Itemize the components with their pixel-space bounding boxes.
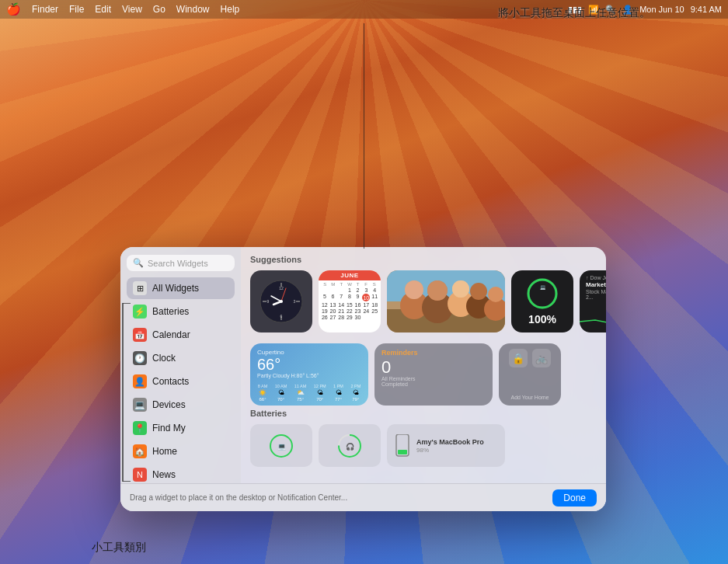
stock-chart-svg (580, 306, 606, 328)
svg-text:9: 9 (267, 299, 270, 304)
svg-point-12 (280, 300, 283, 303)
widget-weather[interactable]: Cupertino 66° Partly Cloudy H:80° L:56° … (250, 343, 368, 406)
svg-text:💻: 💻 (540, 284, 546, 291)
all-widgets-icon: ⊞ (133, 281, 147, 295)
calendar-label: Calendar (152, 329, 190, 340)
search-placeholder: Search Widgets (148, 259, 208, 268)
news-label: News (152, 469, 176, 480)
menubar-help[interactable]: Help (221, 4, 240, 15)
time-display: 9:41 AM (691, 5, 722, 14)
menubar-go[interactable]: Go (153, 4, 165, 15)
findmy-label: Find My (152, 423, 186, 433)
battery-icon: ▮▮▮ (568, 5, 582, 15)
widget-calendar[interactable]: JUNE SMTWTFS 1234 56789 10 11 1213141516… (319, 270, 381, 332)
sidebar-item-devices[interactable]: 💻 Devices (127, 394, 235, 416)
svg-point-28 (452, 280, 469, 298)
suggestions-title: Suggestions (250, 255, 597, 264)
reminders-sub: Completed (381, 381, 486, 387)
forecast-11am: 11 AM ⛅ 75° (294, 384, 307, 402)
svg-point-27 (427, 280, 448, 301)
widget-home[interactable]: 🔒 🚲 Add Your Home (499, 343, 561, 406)
battery-small-2[interactable]: 🎧 (319, 424, 381, 467)
all-widgets-label: All Widgets (152, 283, 199, 294)
user-icon[interactable]: 👤 (622, 5, 633, 15)
home-bike-icon: 🚲 (532, 349, 551, 367)
svg-point-30 (528, 280, 556, 308)
contacts-label: Contacts (152, 376, 189, 387)
home-label: Home (152, 446, 177, 457)
battery-ring-svg: 💻 (526, 277, 559, 310)
weather-temp: 66° (257, 356, 361, 373)
calendar-icon: 📅 (133, 328, 147, 342)
search-bar[interactable]: 🔍 Search Widgets (127, 255, 235, 271)
sidebar-item-all-widgets[interactable]: ⊞ All Widgets (127, 277, 235, 299)
menubar: 🍎 Finder File Edit View Go Window Help ▮… (0, 0, 728, 19)
battery-percent-label: 100% (528, 313, 556, 326)
gallery-body: 🔍 Search Widgets ⊞ All Widgets ⚡ Batteri… (120, 247, 606, 483)
svg-text:💻: 💻 (277, 442, 287, 451)
widget-photo[interactable] (387, 270, 505, 332)
clock-icon: 🕐 (133, 351, 147, 365)
menubar-view[interactable]: View (122, 4, 142, 15)
gallery-content: Suggestions 12 3 6 (241, 247, 606, 483)
widget-battery-percent[interactable]: 💻 100% (511, 270, 573, 332)
drag-hint: Drag a widget to place it on the desktop… (130, 493, 347, 502)
forecast-10am: 10 AM 🌤 70° (275, 384, 287, 402)
menubar-finder[interactable]: Finder (32, 4, 58, 15)
photo-svg (387, 270, 505, 332)
calendar-month: JUNE (319, 270, 381, 280)
battery-small-1[interactable]: 💻 (250, 424, 312, 467)
clock-svg: 12 3 6 9 (259, 279, 304, 324)
batteries-label: Batteries (152, 306, 189, 317)
reminders-title: Reminders (381, 349, 486, 357)
done-button[interactable]: Done (552, 489, 597, 507)
apple-menu[interactable]: 🍎 (6, 2, 21, 16)
sidebar-item-calendar[interactable]: 📅 Calendar (127, 324, 235, 346)
home-add-label: Add Your Home (510, 395, 549, 400)
gallery-bottom: Drag a widget to place it on the desktop… (120, 483, 606, 511)
svg-point-26 (405, 280, 423, 299)
sidebar-item-home[interactable]: 🏠 Home (127, 440, 235, 462)
battery-large-widget[interactable]: Amy's MacBook Pro 98% (387, 424, 505, 467)
home-lock-icon: 🔒 (509, 349, 528, 367)
news-icon: N (133, 468, 147, 482)
menubar-file[interactable]: File (69, 4, 84, 15)
home-icon: 🏠 (133, 444, 147, 458)
stock-headline: Stock Market Today: Dow advances over 2.… (586, 289, 606, 300)
reminders-count: 0 (381, 359, 486, 376)
forecast-1pm: 1 PM 🌤 77° (333, 384, 343, 402)
stock-app-name: MarketWatch (586, 281, 606, 288)
svg-text:6: 6 (280, 314, 283, 319)
widget-gallery-panel: 🔍 Search Widgets ⊞ All Widgets ⚡ Batteri… (120, 247, 606, 511)
sidebar-item-news[interactable]: N News (127, 464, 235, 483)
search-menubar-icon[interactable]: 🔍 (605, 5, 616, 15)
menubar-window[interactable]: Window (176, 4, 210, 15)
clock-label: Clock (152, 353, 176, 364)
sidebar-item-clock[interactable]: 🕐 Clock (127, 347, 235, 369)
second-row: Cupertino 66° Partly Cloudy H:80° L:56° … (250, 343, 597, 406)
widget-clock[interactable]: 12 3 6 9 (250, 270, 312, 332)
devices-label: Devices (152, 399, 186, 410)
calendar-today: 10 (362, 294, 370, 301)
sidebar-item-contacts[interactable]: 👤 Contacts (127, 371, 235, 392)
contacts-icon: 👤 (133, 374, 147, 388)
batteries-section: Batteries 💻 🎧 (250, 409, 597, 467)
forecast-12pm: 12 PM 🌤 70° (314, 384, 326, 402)
menubar-right: ▮▮▮ 📶 🔍 👤 Mon Jun 10 9:41 AM (568, 5, 722, 15)
batteries-grid: 💻 🎧 (250, 424, 597, 467)
menubar-edit[interactable]: Edit (95, 4, 111, 15)
widget-stock[interactable]: ↑ Dow Jones 41,188 MarketWatch Stock Mar… (580, 270, 606, 332)
calendar-grid: 1234 56789 10 11 12131415161718 19202122… (321, 287, 378, 320)
svg-rect-39 (398, 450, 407, 454)
sidebar-item-batteries[interactable]: ⚡ Batteries (127, 301, 235, 322)
macbook-battery-pct: 98% (416, 447, 497, 454)
suggestions-grid: 12 3 6 9 JUNE (250, 270, 597, 332)
widget-reminders[interactable]: Reminders 0 All Reminders Completed (374, 343, 493, 406)
svg-text:3: 3 (294, 299, 296, 304)
svg-point-25 (488, 287, 503, 302)
weather-city: Cupertino (257, 349, 361, 356)
date-time: Mon Jun 10 (639, 5, 684, 14)
stock-index-label: ↑ Dow Jones 41,188 (586, 275, 606, 280)
devices-icon: 💻 (133, 398, 147, 412)
sidebar-item-findmy[interactable]: 📍 Find My (127, 417, 235, 439)
